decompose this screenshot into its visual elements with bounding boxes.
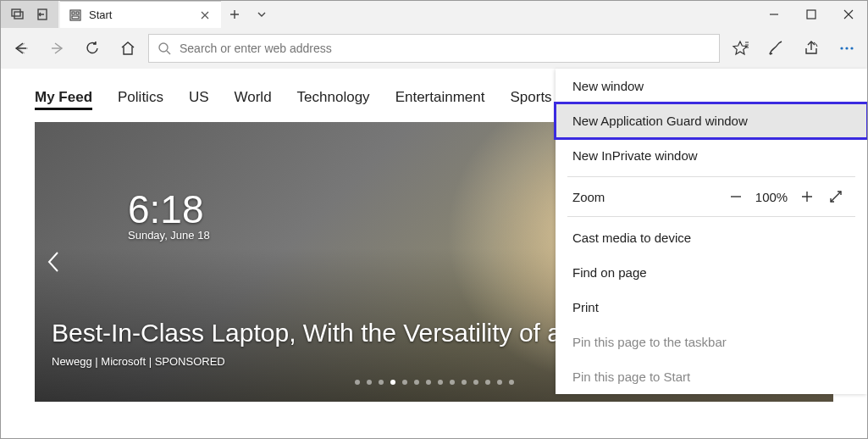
set-aside-tabs-icon[interactable] [33,6,50,23]
more-menu: New window New Application Guard window … [556,69,867,394]
carousel-dots [355,380,514,385]
more-menu-button[interactable] [832,33,862,64]
svg-rect-1 [14,12,23,19]
menu-cast[interactable]: Cast media to device [556,220,867,255]
hero-device-time: 6:18 [128,190,210,229]
hero-source: Newegg | Microsoft | SPONSORED [52,355,225,368]
feed-tab-world[interactable]: World [235,89,272,106]
carousel-dot[interactable] [379,380,384,385]
window-minimize-button[interactable] [755,1,793,28]
feed-tab-my-feed[interactable]: My Feed [35,89,92,110]
svg-rect-7 [807,10,815,19]
nav-back-button[interactable] [6,33,36,64]
tab-close-icon[interactable] [197,8,213,23]
share-icon[interactable] [796,33,827,64]
menu-print[interactable]: Print [556,290,867,325]
carousel-dot[interactable] [426,380,431,385]
titlebar-left [1,1,58,28]
favorites-icon[interactable] [725,33,755,64]
carousel-dot[interactable] [355,380,360,385]
zoom-in-button[interactable] [793,189,821,204]
nav-home-button[interactable] [113,33,143,64]
window-maximize-button[interactable] [793,1,830,28]
window-close-button[interactable] [830,1,867,28]
svg-rect-4 [72,12,75,14]
carousel-dot[interactable] [367,380,372,385]
svg-rect-5 [76,12,79,14]
nav-forward-button[interactable] [41,33,72,64]
menu-separator [567,216,855,217]
carousel-prev-button[interactable] [38,242,69,282]
menu-pin-start: Pin this page to Start [556,359,867,394]
tabs-chevron-icon[interactable] [248,1,275,28]
menu-new-window[interactable]: New window [556,69,867,103]
feed-tab-technology[interactable]: Technology [297,89,370,106]
carousel-dot[interactable] [462,380,467,385]
carousel-dot[interactable] [438,380,443,385]
ink-icon[interactable] [760,33,791,64]
svg-rect-6 [72,16,79,19]
svg-point-8 [159,43,168,52]
menu-zoom-label: Zoom [572,190,721,204]
hero-device-clock: 6:18 Sunday, June 18 [128,190,210,242]
zoom-out-button[interactable] [721,189,750,204]
carousel-dot[interactable] [497,380,502,385]
toolbar [1,28,867,69]
svg-point-10 [845,47,848,49]
nav-refresh-button[interactable] [77,33,108,64]
carousel-dot[interactable] [414,380,419,385]
browser-tab[interactable]: Start [60,1,221,28]
carousel-dot[interactable] [473,380,478,385]
svg-rect-0 [12,9,20,16]
zoom-percent: 100% [750,190,793,204]
feed-tab-us[interactable]: US [189,89,209,106]
menu-inprivate-window[interactable]: New InPrivate window [556,138,867,173]
menu-zoom-row: Zoom 100% [556,181,867,213]
tab-favicon-icon [69,8,82,22]
address-input[interactable] [180,42,710,55]
address-bar[interactable] [148,34,720,63]
carousel-dot[interactable] [509,380,514,385]
fullscreen-button[interactable] [821,189,850,204]
svg-point-11 [850,47,853,49]
feed-tab-entertainment[interactable]: Entertainment [395,89,485,106]
titlebar: Start [1,1,867,28]
menu-app-guard-window[interactable]: New Application Guard window [556,103,867,138]
feed-tab-politics[interactable]: Politics [118,89,163,106]
search-icon [158,42,171,55]
carousel-dot[interactable] [390,380,395,385]
svg-point-9 [840,47,843,49]
menu-pin-taskbar: Pin this page to the taskbar [556,325,867,359]
menu-find[interactable]: Find on page [556,255,867,290]
hero-device-date: Sunday, June 18 [128,229,210,242]
tab-title: Start [89,8,197,21]
carousel-dot[interactable] [485,380,490,385]
carousel-dot[interactable] [402,380,407,385]
feed-tab-sports[interactable]: Sports [510,89,551,106]
carousel-dot[interactable] [450,380,455,385]
task-view-icon[interactable] [9,6,26,23]
new-tab-button[interactable] [221,1,248,28]
menu-separator [567,176,855,177]
